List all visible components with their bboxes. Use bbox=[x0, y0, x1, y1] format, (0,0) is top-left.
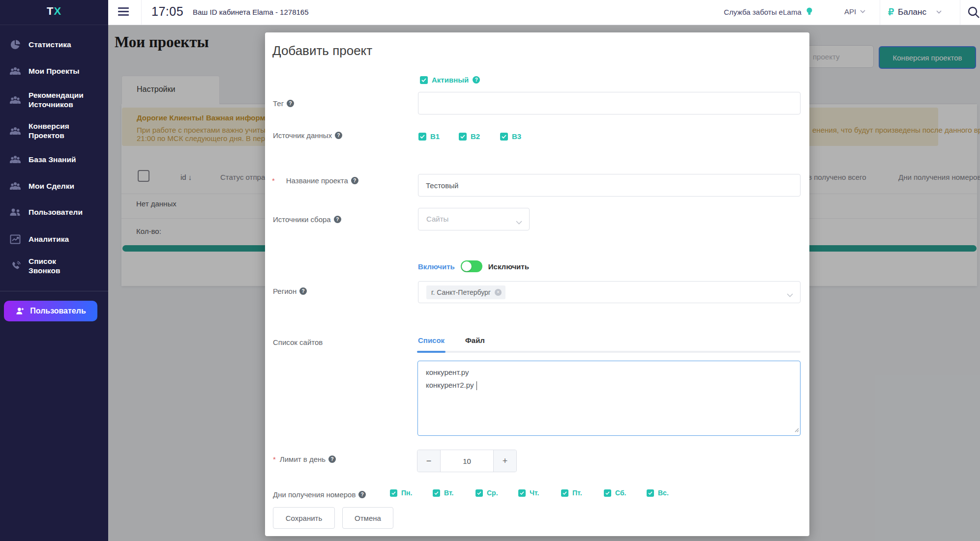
sidebar-item-label2: Звонков bbox=[29, 266, 60, 275]
fri-label: Пт. bbox=[572, 489, 582, 497]
help-icon[interactable]: ? bbox=[287, 100, 294, 107]
sidebar-item-my-deals[interactable]: Мои Сделки bbox=[0, 178, 108, 194]
api-label: API bbox=[844, 7, 856, 16]
day-mon: Пн. bbox=[390, 489, 412, 497]
users-group-icon bbox=[9, 125, 22, 137]
chevron-down-icon bbox=[860, 10, 865, 13]
project-name-input[interactable] bbox=[418, 174, 801, 197]
api-menu[interactable]: API bbox=[844, 7, 865, 16]
logo-letter-t: T bbox=[47, 5, 54, 17]
daily-limit-stepper: − 10 + bbox=[417, 450, 517, 472]
sidebar-divider bbox=[0, 25, 108, 25]
active-checkbox[interactable] bbox=[420, 76, 428, 84]
day-sun: Вс. bbox=[647, 489, 669, 497]
cancel-button-label: Отмена bbox=[355, 514, 381, 522]
help-icon[interactable]: ? bbox=[335, 132, 342, 139]
help-icon[interactable]: ? bbox=[351, 177, 358, 184]
sun-checkbox[interactable] bbox=[647, 489, 654, 497]
sidebar-item-users[interactable]: Пользователи bbox=[0, 204, 108, 220]
sun-label: Вс. bbox=[658, 489, 669, 497]
increment-button[interactable]: + bbox=[493, 450, 516, 472]
sidebar: TX Статистика Мои Проекты РекомендацииИс… bbox=[0, 0, 108, 541]
user-button[interactable]: Пользователь bbox=[4, 301, 97, 321]
fri-checkbox[interactable] bbox=[561, 489, 568, 497]
source-b3-option: В3 bbox=[500, 132, 521, 141]
b2-checkbox[interactable] bbox=[459, 133, 467, 141]
wed-checkbox[interactable] bbox=[475, 489, 483, 497]
tue-checkbox[interactable] bbox=[433, 489, 440, 497]
sidebar-item-source-recommendations[interactable]: РекомендацииИсточников bbox=[0, 90, 108, 110]
exclude-label[interactable]: Исключить bbox=[488, 262, 529, 271]
app-logo: TX bbox=[0, 5, 108, 18]
help-icon[interactable]: ? bbox=[299, 287, 307, 295]
help-icon[interactable]: ? bbox=[328, 456, 336, 463]
hamburger-menu-icon[interactable] bbox=[118, 7, 129, 16]
balance-menu[interactable]: ₽ Баланс bbox=[888, 6, 942, 18]
active-checkbox-row: Активный ? bbox=[420, 76, 480, 84]
b1-checkbox[interactable] bbox=[418, 133, 426, 141]
save-button[interactable]: Сохранить bbox=[273, 507, 335, 529]
header-divider bbox=[880, 0, 880, 25]
include-exclude-toggle[interactable] bbox=[461, 260, 482, 272]
decrement-button[interactable]: − bbox=[417, 450, 441, 472]
region-chip: г. Санкт-Петербург × bbox=[426, 285, 505, 299]
add-project-modal: Добавить проект Активный ? Тег ? Источни… bbox=[265, 32, 809, 536]
sidebar-item-label2: Проектов bbox=[29, 131, 64, 140]
collect-sources-select[interactable]: Сайты bbox=[418, 208, 530, 230]
sidebar-item-label: Конверсия bbox=[29, 122, 69, 130]
help-icon[interactable]: ? bbox=[358, 491, 366, 498]
sidebar-item-my-projects[interactable]: Мои Проекты bbox=[0, 63, 108, 79]
lightbulb-icon bbox=[805, 7, 813, 17]
day-sat: Сб. bbox=[604, 489, 626, 497]
users-group-icon bbox=[9, 180, 22, 192]
day-tue: Вт. bbox=[433, 489, 453, 497]
sidebar-item-label: Рекомендации bbox=[29, 91, 84, 99]
sidebar-item-project-conversion[interactable]: КонверсияПроектов bbox=[0, 121, 108, 141]
chevron-down-icon bbox=[936, 10, 942, 14]
phone-icon bbox=[9, 260, 22, 272]
sidebar-item-label2: Источников bbox=[29, 100, 73, 109]
daily-limit-label-row: * Лимит в день ? bbox=[273, 455, 336, 463]
site-list-text: конкурент.ру конкурент2.ру bbox=[426, 366, 474, 392]
save-button-label: Сохранить bbox=[286, 514, 323, 522]
collect-sources-label-row: Источники сбора ? bbox=[273, 215, 341, 224]
tag-label-row: Тег ? bbox=[273, 99, 294, 108]
search-icon[interactable] bbox=[967, 5, 980, 21]
region-select[interactable]: г. Санкт-Петербург × bbox=[418, 281, 801, 303]
chip-close-icon[interactable]: × bbox=[495, 289, 502, 296]
chevron-down-icon bbox=[516, 218, 522, 227]
source-b2-option: В2 bbox=[459, 132, 480, 141]
sidebar-item-statistics[interactable]: Статистика bbox=[0, 37, 108, 53]
tag-input[interactable] bbox=[418, 92, 801, 114]
tab-file[interactable]: Файл bbox=[465, 336, 485, 344]
sidebar-item-label: Аналитика bbox=[29, 235, 69, 243]
sidebar-item-analytics[interactable]: Аналитика bbox=[0, 231, 108, 247]
mon-checkbox[interactable] bbox=[390, 489, 397, 497]
site-list-textarea[interactable]: конкурент.ру конкурент2.ру bbox=[417, 361, 801, 436]
support-link[interactable]: Служба заботы eLama bbox=[724, 7, 813, 17]
sidebar-item-label: Статистика bbox=[29, 40, 71, 49]
b3-checkbox[interactable] bbox=[500, 133, 508, 141]
help-icon[interactable]: ? bbox=[473, 76, 480, 84]
text-caret bbox=[476, 381, 477, 390]
required-asterisk: * bbox=[273, 455, 276, 463]
region-chip-label: г. Санкт-Петербург bbox=[431, 288, 491, 296]
thu-checkbox[interactable] bbox=[518, 489, 526, 497]
tab-list[interactable]: Список bbox=[418, 336, 445, 344]
help-icon[interactable]: ? bbox=[334, 216, 341, 223]
daily-limit-value[interactable]: 10 bbox=[441, 450, 493, 472]
chevron-down-icon bbox=[787, 290, 793, 299]
sidebar-item-knowledge-base[interactable]: База Знаний bbox=[0, 152, 108, 168]
cabinet-id-text: Ваш ID кабинета Elama - 1278165 bbox=[193, 8, 309, 16]
resize-handle-icon[interactable] bbox=[794, 426, 799, 434]
sat-checkbox[interactable] bbox=[604, 489, 611, 497]
user-plus-icon bbox=[15, 306, 25, 316]
cancel-button[interactable]: Отмена bbox=[342, 507, 393, 529]
include-label[interactable]: Включить bbox=[418, 262, 455, 271]
active-label: Активный bbox=[432, 76, 469, 84]
pie-chart-icon bbox=[9, 39, 22, 51]
clock-time: 17:05 bbox=[151, 4, 183, 19]
sidebar-item-call-list[interactable]: СписокЗвонков bbox=[0, 256, 108, 277]
collect-sources-label: Источники сбора bbox=[273, 215, 331, 224]
day-wed: Ср. bbox=[475, 489, 498, 497]
